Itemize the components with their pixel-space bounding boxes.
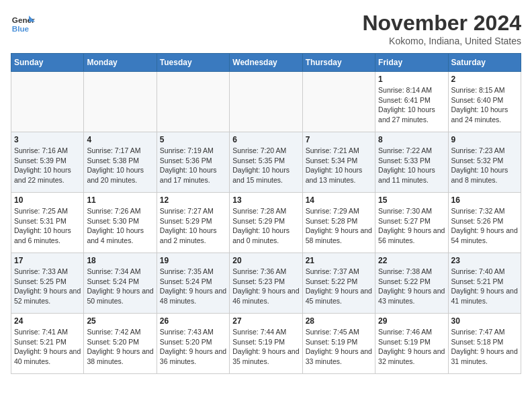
day-info: Sunrise: 7:34 AM Sunset: 5:24 PM Dayligh… [87, 267, 153, 306]
calendar-cell: 23Sunrise: 7:40 AM Sunset: 5:21 PM Dayli… [448, 253, 521, 314]
day-info: Sunrise: 7:43 AM Sunset: 5:20 PM Dayligh… [160, 327, 226, 367]
calendar-cell: 7Sunrise: 7:21 AM Sunset: 5:34 PM Daylig… [302, 132, 375, 193]
calendar-cell: 9Sunrise: 7:23 AM Sunset: 5:32 PM Daylig… [448, 132, 521, 193]
day-number: 14 [306, 195, 372, 205]
calendar-body: 1Sunrise: 8:14 AM Sunset: 6:41 PM Daylig… [11, 72, 521, 374]
day-info: Sunrise: 7:35 AM Sunset: 5:24 PM Dayligh… [160, 267, 226, 306]
day-info: Sunrise: 7:33 AM Sunset: 5:25 PM Dayligh… [14, 267, 81, 306]
logo: General Blue [11, 11, 38, 35]
day-number: 9 [451, 135, 518, 144]
day-number: 5 [160, 135, 226, 144]
title-section: November 2024 Kokomo, Indiana, United St… [362, 11, 521, 46]
location: Kokomo, Indiana, United States [362, 36, 521, 46]
day-number: 1 [378, 75, 445, 84]
day-number: 26 [160, 316, 226, 326]
day-info: Sunrise: 8:15 AM Sunset: 6:40 PM Dayligh… [451, 85, 518, 125]
day-number: 24 [14, 316, 81, 326]
day-number: 17 [14, 256, 81, 265]
calendar-table: SundayMondayTuesdayWednesdayThursdayFrid… [11, 53, 521, 374]
calendar-cell: 27Sunrise: 7:44 AM Sunset: 5:19 PM Dayli… [230, 314, 302, 374]
calendar-cell: 16Sunrise: 7:32 AM Sunset: 5:26 PM Dayli… [448, 193, 521, 253]
day-info: Sunrise: 7:42 AM Sunset: 5:20 PM Dayligh… [87, 327, 153, 367]
day-number: 6 [232, 135, 299, 144]
day-info: Sunrise: 7:32 AM Sunset: 5:26 PM Dayligh… [451, 206, 518, 246]
month-title: November 2024 [362, 11, 521, 36]
calendar-cell: 1Sunrise: 8:14 AM Sunset: 6:41 PM Daylig… [375, 72, 448, 132]
calendar-cell: 30Sunrise: 7:47 AM Sunset: 5:18 PM Dayli… [448, 314, 521, 374]
svg-text:Blue: Blue [12, 24, 30, 33]
calendar-cell: 29Sunrise: 7:46 AM Sunset: 5:19 PM Dayli… [375, 314, 448, 374]
day-number: 21 [306, 256, 372, 265]
day-number: 30 [451, 316, 518, 326]
calendar-cell: 24Sunrise: 7:41 AM Sunset: 5:21 PM Dayli… [11, 314, 84, 374]
page-header: General Blue November 2024 Kokomo, India… [11, 11, 521, 46]
calendar-header-thursday: Thursday [302, 54, 375, 72]
day-info: Sunrise: 7:19 AM Sunset: 5:36 PM Dayligh… [160, 146, 226, 185]
logo-icon: General Blue [11, 11, 35, 35]
calendar-cell [157, 72, 229, 132]
calendar-header-tuesday: Tuesday [157, 54, 229, 72]
calendar-cell: 25Sunrise: 7:42 AM Sunset: 5:20 PM Dayli… [84, 314, 157, 374]
day-number: 23 [451, 256, 518, 265]
day-info: Sunrise: 7:36 AM Sunset: 5:23 PM Dayligh… [232, 267, 299, 306]
calendar-cell [302, 72, 375, 132]
day-number: 2 [451, 75, 518, 84]
day-info: Sunrise: 7:30 AM Sunset: 5:27 PM Dayligh… [378, 206, 445, 246]
day-number: 25 [87, 316, 153, 326]
calendar-header-friday: Friday [375, 54, 448, 72]
day-number: 22 [378, 256, 445, 265]
calendar-cell: 13Sunrise: 7:28 AM Sunset: 5:29 PM Dayli… [230, 193, 302, 253]
calendar-cell: 21Sunrise: 7:37 AM Sunset: 5:22 PM Dayli… [302, 253, 375, 314]
day-info: Sunrise: 7:44 AM Sunset: 5:19 PM Dayligh… [232, 327, 299, 367]
day-info: Sunrise: 7:40 AM Sunset: 5:21 PM Dayligh… [451, 267, 518, 306]
day-number: 8 [378, 135, 445, 144]
day-info: Sunrise: 7:16 AM Sunset: 5:39 PM Dayligh… [14, 146, 81, 185]
day-number: 3 [14, 135, 81, 144]
calendar-cell: 10Sunrise: 7:25 AM Sunset: 5:31 PM Dayli… [11, 193, 84, 253]
day-info: Sunrise: 7:41 AM Sunset: 5:21 PM Dayligh… [14, 327, 81, 367]
calendar-cell: 20Sunrise: 7:36 AM Sunset: 5:23 PM Dayli… [230, 253, 302, 314]
calendar-cell: 18Sunrise: 7:34 AM Sunset: 5:24 PM Dayli… [84, 253, 157, 314]
calendar-cell: 4Sunrise: 7:17 AM Sunset: 5:38 PM Daylig… [84, 132, 157, 193]
day-info: Sunrise: 7:27 AM Sunset: 5:29 PM Dayligh… [160, 206, 226, 246]
calendar-week-3: 10Sunrise: 7:25 AM Sunset: 5:31 PM Dayli… [11, 193, 521, 253]
day-info: Sunrise: 7:21 AM Sunset: 5:34 PM Dayligh… [306, 146, 372, 185]
day-info: Sunrise: 7:26 AM Sunset: 5:30 PM Dayligh… [87, 206, 153, 246]
calendar-cell: 17Sunrise: 7:33 AM Sunset: 5:25 PM Dayli… [11, 253, 84, 314]
day-info: Sunrise: 7:23 AM Sunset: 5:32 PM Dayligh… [451, 146, 518, 185]
calendar-cell: 15Sunrise: 7:30 AM Sunset: 5:27 PM Dayli… [375, 193, 448, 253]
day-number: 11 [87, 195, 153, 205]
calendar-week-1: 1Sunrise: 8:14 AM Sunset: 6:41 PM Daylig… [11, 72, 521, 132]
day-number: 20 [232, 256, 299, 265]
calendar-cell [11, 72, 84, 132]
day-info: Sunrise: 7:25 AM Sunset: 5:31 PM Dayligh… [14, 206, 81, 246]
day-number: 4 [87, 135, 153, 144]
day-info: Sunrise: 7:28 AM Sunset: 5:29 PM Dayligh… [232, 206, 299, 246]
calendar-cell: 22Sunrise: 7:38 AM Sunset: 5:22 PM Dayli… [375, 253, 448, 314]
calendar-cell: 3Sunrise: 7:16 AM Sunset: 5:39 PM Daylig… [11, 132, 84, 193]
day-number: 15 [378, 195, 445, 205]
calendar-cell: 8Sunrise: 7:22 AM Sunset: 5:33 PM Daylig… [375, 132, 448, 193]
calendar-cell: 19Sunrise: 7:35 AM Sunset: 5:24 PM Dayli… [157, 253, 229, 314]
day-info: Sunrise: 7:20 AM Sunset: 5:35 PM Dayligh… [232, 146, 299, 185]
calendar-cell: 14Sunrise: 7:29 AM Sunset: 5:28 PM Dayli… [302, 193, 375, 253]
calendar-cell [230, 72, 302, 132]
day-number: 12 [160, 195, 226, 205]
day-number: 27 [232, 316, 299, 326]
calendar-cell: 28Sunrise: 7:45 AM Sunset: 5:19 PM Dayli… [302, 314, 375, 374]
calendar-header-sunday: Sunday [11, 54, 84, 72]
day-number: 29 [378, 316, 445, 326]
calendar-cell: 12Sunrise: 7:27 AM Sunset: 5:29 PM Dayli… [157, 193, 229, 253]
calendar-cell: 26Sunrise: 7:43 AM Sunset: 5:20 PM Dayli… [157, 314, 229, 374]
day-info: Sunrise: 7:29 AM Sunset: 5:28 PM Dayligh… [306, 206, 372, 246]
calendar-header-saturday: Saturday [448, 54, 521, 72]
day-number: 28 [306, 316, 372, 326]
day-number: 10 [14, 195, 81, 205]
calendar-week-4: 17Sunrise: 7:33 AM Sunset: 5:25 PM Dayli… [11, 253, 521, 314]
calendar-header-row: SundayMondayTuesdayWednesdayThursdayFrid… [11, 54, 521, 72]
calendar-cell [84, 72, 157, 132]
day-info: Sunrise: 7:17 AM Sunset: 5:38 PM Dayligh… [87, 146, 153, 185]
day-info: Sunrise: 7:45 AM Sunset: 5:19 PM Dayligh… [306, 327, 372, 367]
calendar-header-monday: Monday [84, 54, 157, 72]
day-info: Sunrise: 7:47 AM Sunset: 5:18 PM Dayligh… [451, 327, 518, 367]
